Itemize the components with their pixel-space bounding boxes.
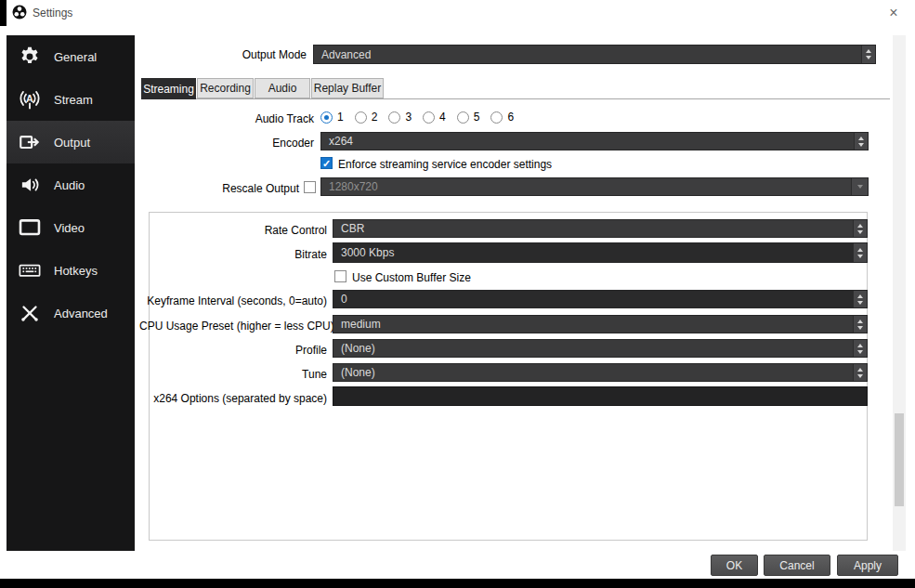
tab-audio[interactable]: Audio	[255, 78, 310, 98]
bitrate-value: 3000 Kbps	[333, 243, 853, 262]
chevron-down-icon	[866, 56, 871, 59]
bitrate-label: Bitrate	[139, 248, 327, 261]
enforce-checkbox[interactable]: ✓	[320, 157, 333, 169]
chevron-down-icon	[858, 143, 864, 147]
profile-dropdown[interactable]: (None)	[333, 339, 868, 358]
radio-track-1[interactable]: 1	[320, 111, 344, 124]
radio-track-5[interactable]: 5	[457, 111, 480, 124]
output-icon	[17, 129, 43, 155]
keyframe-spinner[interactable]: 0	[333, 290, 868, 308]
radio-dot	[388, 111, 400, 124]
tab-recording[interactable]: Recording	[197, 78, 254, 98]
enforce-label: Enforce streaming service encoder settin…	[338, 158, 552, 171]
rescale-value: 1280x720	[321, 178, 851, 195]
spinner-arrows[interactable]	[853, 291, 867, 307]
scrollbar[interactable]	[893, 35, 906, 551]
dropdown-arrows[interactable]	[861, 46, 875, 63]
sidebar: General A Stream Output Audio Video	[7, 35, 135, 551]
audio-track-radio-group: 1 2 3 4 5 6	[320, 111, 514, 124]
cancel-button[interactable]: Cancel	[764, 555, 830, 576]
tune-dropdown[interactable]: (None)	[333, 363, 868, 382]
tab-label: Recording	[200, 82, 251, 95]
dropdown-arrows[interactable]	[851, 178, 868, 195]
encoder-label: Encoder	[139, 137, 314, 150]
tabbar-divider	[141, 98, 890, 99]
rate-control-dropdown[interactable]: CBR	[333, 219, 868, 238]
dropdown-arrows[interactable]	[853, 364, 867, 381]
rescale-checkbox[interactable]	[304, 181, 316, 193]
sidebar-item-audio[interactable]: Audio	[7, 163, 135, 206]
tools-icon	[17, 300, 43, 326]
radio-label: 1	[337, 111, 344, 124]
spinner-arrows[interactable]	[853, 243, 867, 262]
chevron-up-icon	[857, 320, 863, 323]
rate-control-value: CBR	[333, 220, 853, 237]
chevron-up-icon	[857, 294, 863, 298]
radio-track-3[interactable]: 3	[388, 111, 412, 124]
monitor-icon	[17, 215, 43, 241]
x264-options-input[interactable]	[333, 386, 868, 406]
custom-buffer-label: Use Custom Buffer Size	[352, 271, 471, 284]
profile-label: Profile	[139, 344, 327, 357]
sidebar-item-label: Video	[54, 221, 85, 235]
custom-buffer-checkbox[interactable]	[334, 270, 346, 282]
rescale-label: Rescale Output	[139, 182, 299, 195]
broadcast-icon: A	[17, 86, 43, 112]
rate-control-label: Rate Control	[139, 224, 327, 237]
titlebar[interactable]: Settings ×	[7, 0, 915, 26]
radio-label: 2	[372, 111, 378, 124]
chevron-down-icon	[857, 301, 863, 305]
radio-track-6[interactable]: 6	[490, 111, 514, 124]
output-mode-value: Advanced	[314, 46, 861, 63]
chevron-down-icon	[857, 255, 863, 258]
window-title: Settings	[33, 7, 72, 20]
output-mode-label: Output Mode	[144, 48, 307, 61]
close-button[interactable]: ×	[880, 0, 908, 25]
chevron-down-icon	[857, 326, 863, 330]
radio-label: 6	[507, 111, 514, 124]
rescale-dropdown[interactable]: 1280x720	[320, 177, 869, 196]
sidebar-item-stream[interactable]: A Stream	[7, 78, 135, 121]
radio-track-2[interactable]: 2	[355, 111, 378, 124]
chevron-up-icon	[857, 248, 863, 252]
cpu-preset-dropdown[interactable]: medium	[333, 315, 868, 333]
audio-track-label: Audio Track	[139, 112, 314, 125]
dropdown-arrows[interactable]	[853, 316, 867, 333]
sidebar-item-general[interactable]: General	[7, 35, 135, 78]
encoder-value: x264	[321, 133, 854, 150]
sidebar-item-advanced[interactable]: Advanced	[7, 292, 135, 334]
settings-window: Settings × General A Stream Output A	[0, 0, 915, 588]
scrollbar-thumb[interactable]	[895, 413, 904, 506]
apply-button[interactable]: Apply	[837, 555, 898, 576]
chevron-up-icon	[857, 224, 863, 228]
tab-label: Audio	[268, 82, 297, 95]
gear-icon	[17, 44, 43, 70]
screen-bottom-edge	[0, 579, 915, 588]
obs-logo-icon	[12, 5, 27, 20]
chevron-up-icon	[857, 344, 863, 347]
dropdown-arrows[interactable]	[854, 133, 868, 150]
dropdown-arrows[interactable]	[853, 340, 867, 357]
sidebar-item-video[interactable]: Video	[7, 206, 135, 249]
tab-streaming[interactable]: Streaming	[141, 78, 196, 99]
tune-label: Tune	[139, 368, 327, 381]
x264-options-label: x264 Options (separated by space)	[139, 392, 327, 405]
tab-label: Streaming	[143, 83, 194, 96]
tab-replay-buffer[interactable]: Replay Buffer	[311, 78, 384, 98]
ok-button[interactable]: OK	[711, 555, 758, 576]
radio-dot	[320, 111, 333, 124]
keyboard-icon	[17, 257, 43, 283]
output-mode-dropdown[interactable]: Advanced	[313, 45, 876, 64]
dropdown-arrows[interactable]	[853, 220, 867, 237]
sidebar-item-hotkeys[interactable]: Hotkeys	[7, 249, 135, 292]
radio-label: 5	[474, 111, 480, 124]
chevron-up-icon	[857, 368, 863, 372]
encoder-dropdown[interactable]: x264	[320, 132, 869, 150]
radio-track-4[interactable]: 4	[423, 111, 446, 124]
chevron-up-icon	[858, 137, 864, 140]
ok-button-label: OK	[726, 559, 742, 572]
sidebar-item-output[interactable]: Output	[7, 121, 135, 163]
radio-dot	[423, 111, 435, 124]
cpu-preset-label: CPU Usage Preset (higher = less CPU)	[139, 320, 327, 333]
bitrate-spinner[interactable]: 3000 Kbps	[333, 242, 868, 263]
